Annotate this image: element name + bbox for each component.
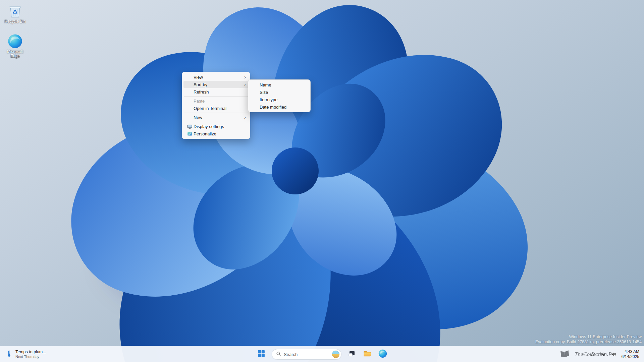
search-box[interactable]: Search (272, 349, 341, 360)
menu-item-paste[interactable]: Paste (183, 97, 249, 105)
submenu-item-item-type[interactable]: Item type (250, 96, 309, 103)
recycle-bin-icon (7, 3, 23, 19)
submenu-item-date-modified[interactable]: Date modified (250, 103, 309, 111)
chevron-right-icon: › (244, 115, 246, 120)
desktop-icon-label: Microsoft Edge (2, 50, 28, 58)
edge-icon (7, 34, 23, 49)
desktop-icon-microsoft-edge[interactable]: Microsoft Edge (2, 34, 28, 58)
task-view-button[interactable] (345, 348, 359, 361)
sort-by-submenu: Name Size Item type Date modified (248, 79, 311, 112)
desktop-icon-label: Recycle Bin (4, 19, 25, 24)
clock-date: 6/14/2025 (622, 354, 639, 359)
search-highlight-icon (332, 351, 339, 358)
menu-item-personalize[interactable]: Personalize (183, 130, 249, 137)
widget-subtext: Next Thursday (15, 355, 46, 359)
menu-item-display-settings[interactable]: Display settings (183, 123, 249, 130)
menu-separator (184, 96, 248, 97)
desktop-icon-recycle-bin[interactable]: Recycle Bin (2, 3, 28, 24)
taskbar: Temps to plum... Next Thursday (0, 346, 644, 362)
menu-item-sort-by[interactable]: Sort by › (183, 81, 249, 88)
weather-icon (5, 350, 13, 359)
widget-headline: Temps to plum... (15, 350, 46, 355)
menu-item-refresh[interactable]: Refresh (183, 88, 249, 96)
desktop-context-menu: View › Sort by › Refresh Paste Open in T… (182, 72, 250, 139)
wallpaper-bloom (0, 0, 644, 362)
folder-icon (363, 349, 372, 359)
onedrive-cloud-icon[interactable] (591, 352, 596, 357)
search-icon (276, 351, 281, 358)
task-view-icon (348, 350, 356, 359)
network-icon[interactable] (601, 352, 606, 357)
tray-chevron-up-icon[interactable] (581, 352, 586, 357)
menu-item-open-in-terminal[interactable]: Open in Terminal (183, 105, 249, 112)
watermark-line1: Windows 11 Enterprise Insider Preview (535, 335, 642, 340)
widgets-button[interactable]: Temps to plum... Next Thursday (2, 346, 50, 362)
watermark-line2: Evaluation copy. Build 27881.rs_prerelea… (535, 340, 642, 345)
personalize-icon (185, 131, 194, 136)
menu-item-new[interactable]: New › (183, 114, 249, 121)
clock-time: 4:43 AM (625, 349, 639, 354)
desktop[interactable]: Recycle Bin Microsoft Edge Windows 11 En… (0, 0, 644, 362)
clock[interactable]: 4:43 AM 6/14/2025 (622, 349, 639, 359)
edge-button[interactable] (376, 348, 389, 361)
start-button[interactable] (255, 348, 268, 361)
windows-logo-icon (258, 350, 265, 359)
submenu-item-size[interactable]: Size (250, 88, 309, 96)
submenu-item-name[interactable]: Name (250, 81, 309, 88)
menu-separator (184, 122, 248, 122)
menu-separator (184, 113, 248, 113)
search-label: Search (284, 352, 329, 357)
build-watermark: Windows 11 Enterprise Insider Preview Ev… (535, 335, 642, 345)
volume-icon[interactable] (611, 352, 616, 357)
edge-icon (378, 349, 387, 359)
chevron-right-icon: › (244, 74, 246, 79)
display-settings-icon (185, 124, 194, 129)
menu-item-view[interactable]: View › (183, 73, 249, 81)
file-explorer-button[interactable] (361, 348, 374, 361)
chevron-right-icon: › (244, 82, 246, 87)
